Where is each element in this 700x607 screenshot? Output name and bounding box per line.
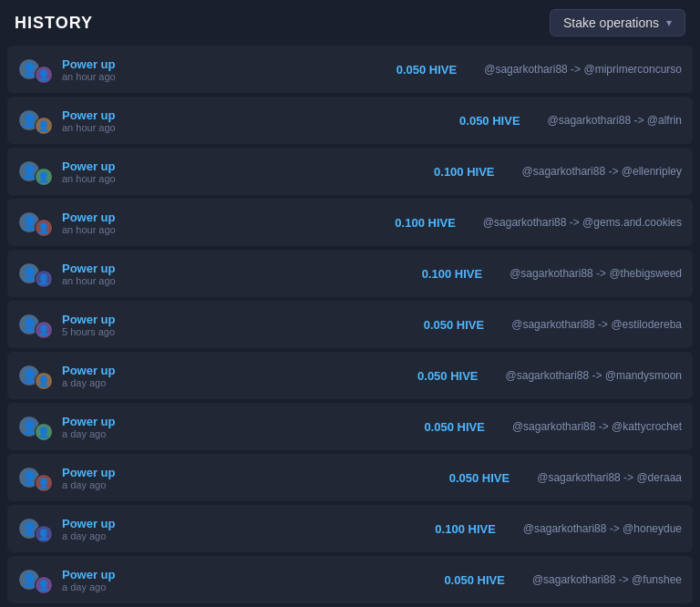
page-title: HISTORY — [15, 14, 93, 33]
transaction-participants: @sagarkothari88 -> @funshee — [532, 573, 682, 586]
avatar-secondary — [35, 168, 53, 186]
transaction-participants: @sagarkothari88 -> @thebigsweed — [510, 267, 682, 280]
transaction-row[interactable]: Power up a day ago 0.050 HIVE @sagarkoth… — [7, 454, 693, 501]
avatar-group — [18, 565, 53, 594]
transaction-time: a day ago — [62, 377, 153, 388]
transaction-info: Power up an hour ago — [62, 211, 153, 235]
transaction-amount: 0.050 HIVE — [162, 369, 497, 383]
transaction-type: Power up — [62, 568, 153, 581]
transaction-time: a day ago — [62, 581, 153, 592]
avatar-secondary — [35, 372, 53, 390]
avatar-group — [18, 361, 53, 390]
transaction-info: Power up an hour ago — [62, 57, 153, 82]
avatar-secondary — [35, 576, 53, 594]
transaction-info: Power up an hour ago — [62, 159, 153, 184]
transaction-participants: @sagarkothari88 -> @kattycrochet — [512, 420, 682, 433]
transaction-type: Power up — [62, 364, 153, 377]
transaction-row[interactable]: Power up an hour ago 0.100 HIVE @sagarko… — [7, 250, 693, 297]
transaction-amount: 0.100 HIVE — [162, 216, 474, 230]
transaction-time: a day ago — [62, 530, 153, 541]
transaction-time: an hour ago — [62, 173, 153, 184]
avatar-group — [18, 208, 53, 237]
transaction-participants: @sagarkothari88 -> @gems.and.cookies — [483, 216, 682, 229]
transaction-time: a day ago — [62, 479, 153, 490]
transaction-type: Power up — [62, 159, 153, 173]
transaction-participants: @sagarkothari88 -> @ellenripley — [522, 165, 682, 178]
transaction-amount: 0.050 HIVE — [162, 63, 475, 77]
transaction-participants: @sagarkothari88 -> @honeydue — [523, 522, 682, 535]
transaction-list: Power up an hour ago 0.050 HIVE @sagarko… — [0, 46, 700, 607]
avatar-group — [18, 106, 53, 135]
transaction-type: Power up — [62, 57, 153, 71]
avatar-group — [18, 259, 53, 288]
transaction-info: Power up 5 hours ago — [62, 313, 153, 337]
transaction-row[interactable]: Power up a day ago 0.100 HIVE @sagarkoth… — [7, 505, 693, 552]
transaction-time: an hour ago — [62, 122, 153, 133]
transaction-info: Power up a day ago — [62, 364, 153, 388]
avatar-secondary — [35, 66, 53, 84]
transaction-time: an hour ago — [62, 71, 153, 82]
transaction-type: Power up — [62, 517, 153, 530]
transaction-participants: @sagarkothari88 -> @miprimerconcurso — [484, 63, 682, 76]
transaction-amount: 0.050 HIVE — [162, 573, 523, 587]
header: HISTORY Stake operations ▾ — [0, 0, 700, 46]
transaction-type: Power up — [62, 262, 153, 275]
transaction-row[interactable]: Power up a day ago 0.050 HIVE @sagarkoth… — [7, 403, 693, 450]
transaction-amount: 0.100 HIVE — [162, 165, 513, 179]
chevron-down-icon: ▾ — [666, 16, 672, 29]
avatar-secondary — [35, 219, 53, 237]
transaction-amount: 0.050 HIVE — [162, 471, 528, 485]
avatar-group — [18, 412, 53, 441]
transaction-time: a day ago — [62, 428, 153, 439]
transaction-participants: @sagarkothari88 -> @mandysmoon — [506, 369, 682, 382]
avatar-secondary — [35, 321, 53, 339]
transaction-info: Power up a day ago — [62, 568, 153, 592]
transaction-row[interactable]: Power up a day ago 0.050 HIVE @sagarkoth… — [7, 556, 693, 603]
transaction-time: 5 hours ago — [62, 326, 153, 337]
avatar-secondary — [35, 525, 53, 543]
avatar-group — [18, 310, 53, 339]
transaction-participants: @sagarkothari88 -> @estilodereba — [511, 318, 682, 331]
avatar-group — [18, 463, 53, 492]
transaction-type: Power up — [62, 415, 153, 428]
transaction-info: Power up an hour ago — [62, 262, 153, 286]
transaction-type: Power up — [62, 211, 153, 224]
transaction-amount: 0.100 HIVE — [162, 267, 500, 281]
avatar-secondary — [35, 117, 53, 135]
transaction-row[interactable]: Power up an hour ago 0.100 HIVE @sagarko… — [7, 199, 693, 246]
transaction-row[interactable]: Power up a day ago 0.050 HIVE @sagarkoth… — [7, 352, 693, 399]
transaction-time: an hour ago — [62, 224, 153, 235]
transaction-amount: 0.050 HIVE — [162, 114, 539, 128]
transaction-info: Power up an hour ago — [62, 108, 153, 133]
transaction-type: Power up — [62, 313, 153, 326]
transaction-row[interactable]: Power up 5 hours ago 0.050 HIVE @sagarko… — [7, 301, 693, 348]
transaction-info: Power up a day ago — [62, 517, 153, 541]
transaction-amount: 0.050 HIVE — [162, 420, 503, 434]
avatar-secondary — [35, 474, 53, 492]
transaction-row[interactable]: Power up an hour ago 0.050 HIVE @sagarko… — [7, 46, 693, 93]
transaction-type: Power up — [62, 466, 153, 479]
transaction-info: Power up a day ago — [62, 466, 153, 490]
avatar-group — [18, 55, 53, 84]
avatar-secondary — [35, 270, 53, 288]
filter-dropdown[interactable]: Stake operations ▾ — [550, 9, 685, 36]
transaction-participants: @sagarkothari88 -> @alfrin — [548, 114, 682, 127]
transaction-amount: 0.050 HIVE — [162, 318, 502, 332]
transaction-type: Power up — [62, 108, 153, 122]
dropdown-label: Stake operations — [563, 15, 659, 30]
transaction-participants: @sagarkothari88 -> @deraaa — [537, 471, 682, 484]
transaction-time: an hour ago — [62, 275, 153, 286]
transaction-info: Power up a day ago — [62, 415, 153, 439]
avatar-secondary — [35, 423, 53, 441]
avatar-group — [18, 157, 53, 186]
transaction-row[interactable]: Power up an hour ago 0.100 HIVE @sagarko… — [7, 148, 693, 195]
avatar-group — [18, 514, 53, 543]
transaction-row[interactable]: Power up an hour ago 0.050 HIVE @sagarko… — [7, 97, 693, 144]
transaction-amount: 0.100 HIVE — [162, 522, 514, 536]
